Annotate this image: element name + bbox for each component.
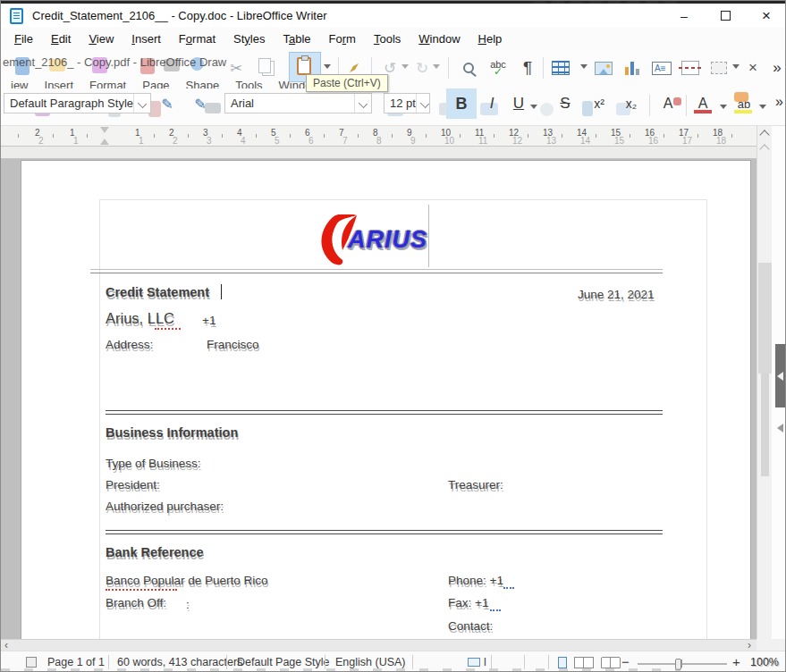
paste-tooltip: Paste (Ctrl+V) (306, 74, 388, 92)
page-style-status[interactable]: Default Page Style (237, 656, 330, 668)
paragraph-style-combobox[interactable]: Default Paragraph Style (4, 93, 151, 113)
menu-edit[interactable]: Edit (42, 29, 80, 48)
formatbar-overflow-icon[interactable]: » (775, 94, 783, 110)
close-toolbar-icon[interactable]: × (741, 55, 765, 80)
word-count-status[interactable]: 60 words, 413 characters (117, 656, 242, 668)
scroll-up-arrow[interactable] (759, 130, 769, 139)
font-name-dropdown-arrow[interactable] (354, 94, 371, 113)
logo-cell-border (428, 205, 429, 267)
header-border-line-ghost (90, 273, 663, 273)
redo-icon[interactable]: ↻ (410, 55, 434, 80)
highlight-color-bar (734, 110, 752, 113)
ruler-number: 17 (682, 136, 692, 146)
save-status-icon[interactable] (26, 657, 37, 668)
insert-textbox-icon[interactable]: A≡ (650, 55, 673, 80)
insert-field-icon[interactable] (707, 55, 731, 80)
ruler-tick (290, 134, 291, 138)
ruler-number: 2 (173, 136, 178, 146)
font-size-combobox[interactable]: 12 pt (384, 93, 430, 113)
menu-window[interactable]: Window (410, 29, 469, 48)
undo-dropdown-arrow[interactable] (401, 64, 409, 69)
menu-insert[interactable]: Insert (123, 29, 170, 48)
ruler-tick (256, 134, 257, 138)
find-replace-icon[interactable] (457, 55, 480, 80)
grammar-squiggle-phone (503, 587, 514, 589)
header-border-line (90, 269, 663, 270)
spell-squiggle-llc (155, 328, 181, 330)
scroll-left-arrow[interactable]: ‹ (4, 640, 8, 651)
horizontal-ruler[interactable]: 2211112233445566778899101011111212131314… (1, 126, 786, 147)
menu-styles[interactable]: Styles (224, 29, 274, 48)
book-view-icon[interactable] (601, 657, 621, 668)
minimize-button[interactable]: – (663, 4, 705, 28)
insert-chart-icon[interactable] (621, 55, 645, 80)
spellcheck-icon[interactable]: abc ✓ (486, 55, 510, 80)
menu-help[interactable]: Help (469, 29, 511, 48)
formatting-marks-icon[interactable]: ¶ (516, 55, 539, 80)
page-number-status[interactable]: Page 1 of 1 (47, 656, 105, 668)
redo-dropdown-arrow[interactable] (433, 64, 440, 69)
vertical-scrollbar[interactable] (756, 126, 772, 639)
bold-button[interactable]: B (450, 92, 473, 115)
paste-dropdown-arrow[interactable] (324, 64, 331, 69)
strikethrough-button[interactable]: S (554, 92, 577, 115)
ruler-number: 6 (308, 136, 314, 146)
authorized-purchaser-label: Authorized purchaser: (106, 500, 224, 513)
subscript-button[interactable]: x₂ (620, 92, 643, 115)
italic-button[interactable]: I (480, 92, 503, 115)
menu-format[interactable]: Format (170, 29, 224, 48)
cut-icon[interactable]: ✂ (224, 55, 248, 80)
font-color-dropdown-arrow[interactable] (720, 105, 727, 109)
insert-field-dropdown-arrow[interactable] (732, 64, 740, 69)
title-bar[interactable]: Credit_Statement_2106__ - Copy.doc - Lib… (1, 4, 786, 28)
ghost-ruler-band (1, 147, 786, 159)
menu-table[interactable]: Table (274, 29, 319, 48)
ruler-tick (596, 134, 596, 138)
menu-file[interactable]: File (5, 29, 42, 48)
menu-view[interactable]: View (80, 29, 123, 48)
grammar-squiggle-fax (490, 609, 501, 611)
zoom-in-button[interactable]: + (732, 654, 740, 669)
ruler-number: 18 (716, 136, 726, 146)
single-page-view-icon[interactable] (558, 657, 567, 668)
insert-table-dropdown-arrow[interactable] (580, 64, 587, 69)
document-area: ARIUS Credit StatementJune 21, 2021Arius… (1, 159, 756, 639)
zoom-slider-track[interactable] (638, 663, 727, 665)
toolbar-overflow-icon[interactable]: » (765, 55, 786, 80)
ghost-vertical-scroll-thumb (761, 374, 769, 476)
window-title: Credit_Statement_2106__ - Copy.doc - Lib… (32, 9, 327, 22)
ruler-tick (731, 134, 732, 138)
highlight-dropdown-arrow[interactable] (759, 105, 766, 109)
zoom-percentage[interactable]: 100% (750, 656, 779, 668)
menu-tools[interactable]: Tools (365, 29, 410, 48)
language-status[interactable]: English (USA) (335, 656, 406, 668)
writer-document-icon (10, 8, 23, 24)
maximize-icon (721, 11, 731, 21)
multi-page-view-icon[interactable] (574, 657, 594, 668)
maximize-button[interactable] (705, 4, 746, 28)
font-size-dropdown-arrow[interactable] (416, 94, 429, 113)
copy-icon[interactable] (257, 55, 280, 80)
ruler-number: 9 (410, 136, 416, 146)
zoom-out-button[interactable]: − (621, 654, 630, 669)
vertical-scroll-thumb[interactable] (758, 263, 772, 374)
underline-dropdown-arrow[interactable] (530, 105, 537, 109)
horizontal-scrollbar[interactable]: ‹ › (1, 639, 756, 651)
font-name-combobox[interactable]: Arial (224, 93, 372, 113)
page-break-icon[interactable] (679, 55, 702, 80)
insert-table-icon[interactable] (549, 55, 572, 80)
menu-form[interactable]: Form (320, 29, 365, 48)
underline-button[interactable]: U (507, 92, 530, 115)
scroll-right-arrow[interactable]: › (748, 640, 751, 651)
ruler-tick (460, 134, 461, 138)
menu-bar: FileEditViewInsertFormatStylesTableFormT… (1, 28, 786, 50)
new-style-icon[interactable]: ✎ (189, 92, 212, 115)
paste-icon (297, 57, 311, 75)
indent-marker[interactable] (99, 127, 111, 145)
close-button[interactable]: × (746, 4, 786, 28)
paragraph-style-dropdown-arrow[interactable] (133, 94, 150, 113)
update-style-icon[interactable]: ✎ (156, 92, 179, 115)
superscript-button[interactable]: x² (587, 92, 611, 115)
selection-mode-icon[interactable] (468, 658, 480, 667)
insert-image-icon[interactable] (592, 55, 615, 80)
